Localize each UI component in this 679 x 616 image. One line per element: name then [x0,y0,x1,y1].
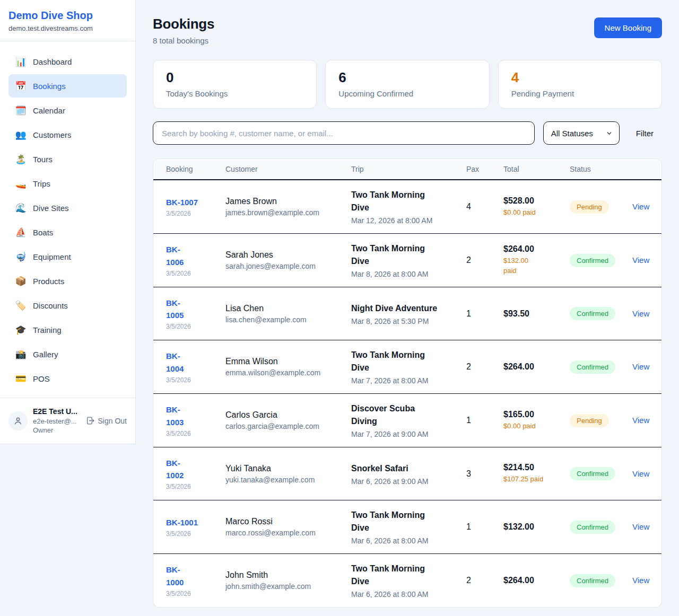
customer-name: Carlos Garcia [225,410,351,420]
stat-value: 4 [511,69,649,86]
trip-cell: Discover Scuba Diving Mar 7, 2026 at 9:0… [351,402,466,438]
view-link[interactable]: View [632,202,649,211]
status-cell: Confirmed [570,307,632,320]
stat-card-todays-bookings: 0 Today's Bookings [153,60,317,109]
table-row: BK- 1004 3/5/2026 Emma Wilson emma.wilso… [153,340,661,393]
pax-count: 1 [466,309,503,319]
booking-cell: BK- 1003 3/5/2026 [166,403,225,437]
bookings-table: BookingCustomerTripPaxTotalStatus BK-100… [153,159,662,608]
customer-cell: Yuki Tanaka yuki.tanaka@example.com [225,464,351,484]
status-select[interactable]: All Statuses [543,121,620,145]
table-header-row: BookingCustomerTripPaxTotalStatus [153,159,661,180]
total-cell: $528.00 $0.00 paid [503,196,570,218]
nav-item-label: POS [33,374,50,383]
main-content: Bookings 8 total bookings New Booking 0 … [136,0,679,616]
table-row: BK- 1000 3/5/2026 John Smith john.smith@… [153,553,661,607]
stat-card-pending-payment: 4 Pending Payment [498,60,662,109]
trip-cell: Two Tank Morning Dive Mar 12, 2026 at 8:… [351,189,466,225]
trip-name: Two Tank Morning Dive [351,349,466,374]
customer-cell: John Smith john.smith@example.com [225,570,351,591]
booking-id-link[interactable]: BK-1001 [166,516,225,529]
booking-id-link[interactable]: BK- 1003 [166,403,225,428]
sidebar-item-tours[interactable]: 🏝️ Tours [8,147,127,171]
status-badge: Confirmed [570,307,615,320]
customer-name: James Brown [225,197,351,206]
sidebar-item-pos[interactable]: 💳 POS [8,367,127,390]
booking-id-link[interactable]: BK- 1004 [166,350,225,375]
page-title: Bookings [153,16,214,32]
nav-item-label: Gallery [33,350,58,359]
status-badge: Pending [570,200,609,214]
view-cell: View [632,309,649,319]
sidebar-item-discounts[interactable]: 🏷️ Discounts [8,294,127,317]
sidebar-item-dive-sites[interactable]: 🌊 Dive Sites [8,196,127,219]
view-cell: View [632,469,649,479]
booking-date: 3/5/2026 [166,530,225,538]
booking-id-link[interactable]: BK- 1002 [166,457,225,482]
nav-item-icon: 🏝️ [15,154,27,165]
sidebar-item-dashboard[interactable]: 📊 Dashboard [8,50,127,73]
sign-out-icon [86,416,95,425]
shop-name: Demo Dive Shop [8,10,127,22]
trip-name: Two Tank Morning Dive [351,242,466,268]
customer-email: lisa.chen@example.com [225,315,351,324]
pax-count: 4 [466,202,503,212]
sidebar-item-boats[interactable]: ⛵ Boats [8,221,127,244]
booking-id-link[interactable]: BK- 1005 [166,297,225,322]
view-link[interactable]: View [632,309,649,318]
logo-block: Demo Dive Shop demo.test.divestreams.com [0,0,135,41]
sidebar-nav: 📊 Dashboard 📅 Bookings 🗓️ Calendar 👥 Cus… [0,41,135,398]
booking-cell: BK- 1004 3/5/2026 [166,350,225,384]
stats-row: 0 Today's Bookings 6 Upcoming Confirmed … [153,60,662,109]
view-link[interactable]: View [632,576,649,585]
nav-item-icon: 📦 [15,276,27,287]
paid-amount: $0.00 paid [503,208,570,218]
view-link[interactable]: View [632,522,649,531]
nav-item-label: Discounts [33,301,68,310]
filter-button[interactable]: Filter [636,129,654,138]
booking-id-link[interactable]: BK- 1000 [166,564,225,588]
trip-name: Two Tank Morning Dive [351,189,466,214]
paid-amount: $0.00 paid [503,421,570,432]
sidebar-item-customers[interactable]: 👥 Customers [8,123,127,146]
sidebar-item-gallery[interactable]: 📸 Gallery [8,342,127,366]
nav-item-icon: 💳 [15,373,27,384]
sidebar-item-calendar[interactable]: 🗓️ Calendar [8,99,127,122]
view-link[interactable]: View [632,256,649,265]
shop-domain: demo.test.divestreams.com [8,24,127,32]
trip-name: Snorkel Safari [351,462,466,475]
column-header: Customer [225,165,351,173]
view-link[interactable]: View [632,416,649,425]
booking-date: 3/5/2026 [166,430,225,437]
status-cell: Confirmed [570,521,632,534]
trip-cell: Two Tank Morning Dive Mar 8, 2026 at 8:0… [351,242,466,278]
nav-item-icon: 🗓️ [15,105,27,116]
sidebar-item-products[interactable]: 📦 Products [8,269,127,293]
sidebar-item-training[interactable]: 🎓 Training [8,318,127,341]
search-input[interactable] [153,121,535,145]
pax-count: 2 [466,576,503,585]
view-cell: View [632,362,649,372]
sidebar-item-trips[interactable]: 🚤 Trips [8,172,127,195]
sidebar-item-equipment[interactable]: 🤿 Equipment [8,245,127,268]
view-link[interactable]: View [632,469,649,478]
sign-out-button[interactable]: Sign Out [86,416,127,425]
sidebar-item-bookings[interactable]: 📅 Bookings [8,74,127,98]
booking-id-link[interactable]: BK-1007 [166,196,225,208]
customer-email: sarah.jones@example.com [225,262,351,270]
total-bookings-count: 8 total bookings [153,36,214,45]
booking-id-link[interactable]: BK- 1006 [166,243,225,268]
total-cell: $264.00 [503,362,570,372]
user-info: E2E Test U... e2e-tester@... Owner [33,407,81,435]
user-name: E2E Test U... [33,407,81,417]
status-badge: Confirmed [570,521,615,534]
customer-name: Marco Rossi [225,517,351,526]
view-link[interactable]: View [632,362,649,371]
nav-item-label: Equipment [33,252,71,261]
column-header: Status [570,165,632,173]
trip-datetime: Mar 8, 2026 at 5:30 PM [351,317,466,325]
stat-label: Today's Bookings [166,89,303,98]
new-booking-button[interactable]: New Booking [594,17,662,38]
stat-value: 0 [166,69,303,86]
view-cell: View [632,202,649,212]
